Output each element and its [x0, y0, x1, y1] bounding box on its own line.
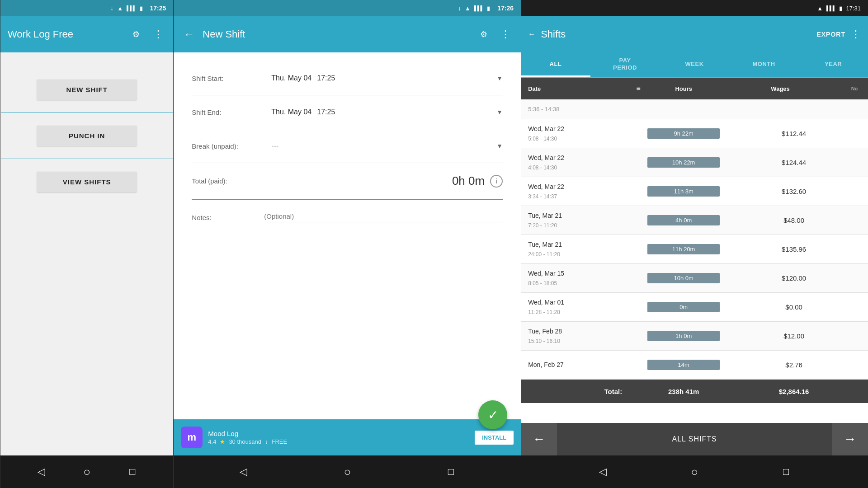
shift-start-time[interactable]: 17:25	[317, 74, 335, 82]
col-filter-icon[interactable]: ≡	[629, 84, 647, 93]
home-button-3[interactable]	[684, 462, 704, 482]
row-hours-7: 1h 0m	[647, 331, 720, 341]
table-row[interactable]: Tue, Mar 2124:00 - 11:20 11h 20m $135.96	[521, 235, 868, 264]
punch-in-button[interactable]: PUNCH IN	[37, 126, 137, 146]
back-button-3[interactable]	[593, 462, 613, 482]
total-label-cell: Total:	[521, 388, 629, 395]
save-fab[interactable]: ✓	[478, 400, 507, 429]
table-row[interactable]: Tue, Feb 2815:10 - 16:10 1h 0m $12.00	[521, 322, 868, 351]
back-arrow-2[interactable]: ←	[181, 26, 197, 42]
tab-all[interactable]: ALL	[521, 52, 590, 77]
panel1-main-content: NEW SHIFT PUNCH IN VIEW SHIFTS	[0, 52, 173, 455]
new-shift-button[interactable]: NEW SHIFT	[37, 80, 137, 100]
shift-start-date[interactable]: Thu, May 04	[271, 74, 311, 82]
row-hours-cell-1: 10h 22m	[647, 157, 720, 168]
break-dashes: ---	[271, 142, 278, 150]
row-hours-8: 14m	[647, 360, 720, 370]
row-hours-6: 0m	[647, 302, 720, 312]
table-header: Date ≡ Hours Wages No	[521, 78, 868, 99]
tab-year[interactable]: YEAR	[798, 52, 868, 77]
row-wages-6: $0.00	[720, 303, 868, 311]
app-bar-2: ← New Shift ⚙ ⋮	[174, 16, 521, 52]
shift-end-time[interactable]: 17:25	[317, 108, 335, 116]
battery-icon-1: ▮	[140, 5, 143, 12]
home-button-2[interactable]	[337, 462, 357, 482]
next-button[interactable]: →	[832, 423, 868, 455]
row-hours-cell-7: 1h 0m	[647, 331, 720, 341]
shift-end-value[interactable]: Thu, May 04 17:25 ▼	[271, 108, 503, 116]
nav-bar-3	[521, 455, 868, 488]
ad-icon: m	[181, 427, 203, 448]
tab-week[interactable]: WEEK	[660, 52, 729, 77]
notes-input[interactable]	[264, 212, 503, 222]
table-row[interactable]: Tue, Mar 217:20 - 11:20 4h 0m $48.00	[521, 206, 868, 235]
col-header-hours: Hours	[647, 85, 720, 92]
row-hours-3: 4h 0m	[647, 215, 720, 225]
view-shifts-button[interactable]: VIEW SHIFTS	[37, 172, 137, 192]
export-button[interactable]: EXPORT	[816, 31, 845, 38]
menu-icon-1[interactable]: ⋮	[150, 26, 166, 42]
table-row[interactable]: Wed, Mar 0111:28 - 11:28 0m $0.00	[521, 293, 868, 322]
menu-icon-2[interactable]: ⋮	[497, 26, 514, 42]
time-1: 17:25	[150, 5, 166, 12]
shift-end-dropdown[interactable]: ▼	[496, 108, 503, 116]
app-title-1: Work Log Free	[8, 28, 123, 40]
back-button-1[interactable]	[31, 462, 51, 482]
table-row-truncated[interactable]: 5:36 - 14:38	[521, 99, 868, 119]
notes-label: Notes:	[192, 214, 264, 221]
shift-end-label: Shift End:	[192, 108, 264, 116]
col-header-wages: Wages	[720, 85, 841, 92]
home-button-1[interactable]	[77, 462, 97, 482]
signal-icon-1: ▌▌▌	[127, 5, 136, 11]
back-arrow-3[interactable]: ←	[528, 30, 535, 38]
shift-start-value[interactable]: Thu, May 04 17:25 ▼	[271, 74, 503, 82]
row-hours-cell-2: 11h 3m	[647, 186, 720, 197]
total-value: 0h 0m	[264, 174, 485, 188]
table-row[interactable]: Wed, Mar 225:08 - 14:30 9h 22m $112.44	[521, 119, 868, 148]
download-icon-1: ↓	[110, 5, 113, 12]
total-hours-cell: 238h 41m	[647, 388, 720, 395]
filter-icon-2[interactable]: ⚙	[476, 26, 492, 42]
ad-install-button[interactable]: INSTALL	[475, 431, 514, 445]
tab-pay-period[interactable]: PAYPERIOD	[590, 52, 660, 77]
recents-button-3[interactable]	[776, 462, 796, 482]
info-icon[interactable]: i	[490, 175, 503, 188]
table-row[interactable]: Wed, Mar 158:05 - 18:05 10h 0m $120.00	[521, 264, 868, 293]
break-dropdown[interactable]: ▼	[496, 142, 503, 150]
row-wages-5: $120.00	[720, 274, 868, 282]
tabs-bar: ALL PAYPERIOD WEEK MONTH YEAR	[521, 52, 868, 78]
wifi-icon-2: ▲	[465, 5, 471, 12]
table-row[interactable]: Wed, Mar 224:08 - 14:30 10h 22m $124.44	[521, 148, 868, 177]
status-bar-3: ▲ ▌▌▌ ▮ 17:31	[521, 0, 868, 16]
row-date-7: Tue, Feb 2815:10 - 16:10	[521, 323, 629, 349]
row-wages-7: $12.00	[720, 332, 868, 340]
break-row: Break (unpaid): --- ▼	[192, 129, 503, 163]
ad-meta: 4.4 ★ 30 thousand ↓ FREE	[208, 438, 469, 445]
menu-icon-3[interactable]: ⋮	[851, 28, 861, 40]
recents-button-2[interactable]	[441, 462, 461, 482]
divider-1	[1, 113, 173, 113]
shift-end-date[interactable]: Thu, May 04	[271, 108, 311, 116]
wifi-icon-3: ▲	[817, 5, 823, 12]
prev-button[interactable]: ←	[521, 423, 557, 455]
download-icon-2: ↓	[458, 5, 461, 12]
row-hours-4: 11h 20m	[647, 244, 720, 254]
break-value[interactable]: --- ▼	[271, 142, 503, 150]
tab-month[interactable]: MONTH	[729, 52, 799, 77]
time-2: 17:26	[497, 5, 514, 12]
table-row[interactable]: Wed, Mar 223:34 - 14:37 11h 3m $132.60	[521, 177, 868, 206]
row-hours-1: 10h 22m	[647, 157, 720, 168]
filter-icon-1[interactable]: ⚙	[128, 26, 144, 42]
shift-start-dropdown[interactable]: ▼	[496, 75, 503, 82]
table-row[interactable]: Mon, Feb 27 14m $2.76	[521, 351, 868, 380]
recents-button-1[interactable]	[123, 462, 142, 482]
row-hours-cell-3: 4h 0m	[647, 215, 720, 225]
back-button-2[interactable]	[234, 462, 254, 482]
ad-star: ★	[220, 438, 225, 445]
row-date-8: Mon, Feb 27	[521, 357, 629, 373]
row-wages-2: $132.60	[720, 188, 868, 195]
all-shifts-label: ALL SHIFTS	[557, 435, 832, 443]
row-hours-cell-6: 0m	[647, 302, 720, 312]
panel-new-shift: ↓ ▲ ▌▌▌ ▮ 17:26 ← New Shift ⚙ ⋮ Shift St…	[174, 0, 521, 488]
row-wages-4: $135.96	[720, 245, 868, 253]
